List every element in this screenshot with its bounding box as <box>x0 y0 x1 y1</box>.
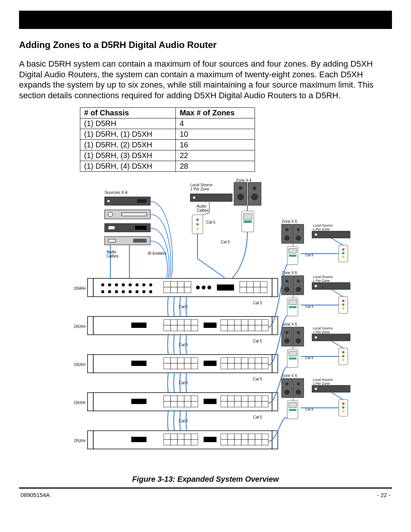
doc-id: 08905154A <box>21 492 50 498</box>
cat5-label: Cat 5 <box>179 419 188 423</box>
svg-text:1 Per Zone: 1 Per Zone <box>313 330 330 334</box>
zone-x6-label: Zone X 6 <box>282 219 297 224</box>
cat5-label: Cat 5 <box>179 305 188 309</box>
svg-point-25 <box>239 186 242 190</box>
svg-point-61 <box>207 286 211 289</box>
chassis-label-d5rh: D5RH <box>74 286 86 291</box>
svg-point-47 <box>142 290 145 293</box>
svg-point-37 <box>129 283 132 286</box>
svg-rect-7 <box>108 226 115 229</box>
cat5-label: Cat 5 <box>253 377 262 381</box>
svg-point-34 <box>108 283 111 286</box>
svg-text:Calbes: Calbes <box>197 208 209 212</box>
header-black-bar <box>19 11 392 29</box>
audio-cables-left-label: Audio <box>107 250 116 254</box>
svg-rect-11 <box>133 239 147 243</box>
svg-point-40 <box>149 283 152 286</box>
section-title: Adding Zones to a D5RH Digital Audio Rou… <box>19 40 392 50</box>
local-source-label: Local Source <box>313 378 333 382</box>
chassis-label-d5xh-2: D5XH <box>74 362 85 367</box>
svg-point-1 <box>107 200 110 202</box>
footer-rule <box>19 487 392 489</box>
zone-x4-label: Zone X 4 <box>236 179 252 182</box>
cat5-label: Cat 5 <box>253 415 262 419</box>
sources-label: Sources X 4 <box>105 190 127 195</box>
svg-rect-31 <box>88 278 93 297</box>
svg-point-20 <box>196 228 199 230</box>
svg-point-45 <box>129 290 132 293</box>
intro-paragraph: A basic D5RH system can contain a maximu… <box>19 59 392 101</box>
chassis-table: # of Chassis Max # of Zones (1) D5RH4 (1… <box>80 107 255 172</box>
zone-top-speakers-icon <box>234 182 261 205</box>
svg-rect-32 <box>272 278 278 297</box>
svg-point-42 <box>108 290 111 293</box>
cat5-label: Cat 5 <box>253 301 262 305</box>
svg-point-19 <box>196 223 199 225</box>
svg-rect-62 <box>217 284 234 291</box>
wall-plate-top-icon <box>192 215 203 234</box>
figure-caption: Figure 3-13: Expanded System Overview <box>19 475 392 484</box>
svg-point-48 <box>149 290 152 293</box>
svg-point-18 <box>196 219 199 221</box>
cat5-label: Cat 5 <box>221 240 230 244</box>
cat5-label: Cat 5 <box>179 381 188 385</box>
cat5-label: Cat 5 <box>206 220 215 224</box>
local-source-label: Local Source <box>313 326 333 330</box>
svg-rect-28 <box>244 214 252 219</box>
svg-rect-2 <box>137 199 147 203</box>
svg-point-59 <box>196 286 200 289</box>
svg-text:1 Per Zone: 1 Per Zone <box>313 279 330 283</box>
svg-text:1 Per Zone: 1 Per Zone <box>313 382 330 385</box>
svg-point-23 <box>237 193 244 200</box>
local-source-label: Local Source <box>313 275 333 279</box>
svg-point-43 <box>115 290 118 293</box>
zone-top-keypad-icon <box>242 211 254 232</box>
svg-point-35 <box>115 283 118 286</box>
system-diagram: Sources X 4 Audio Calbes IR Emitters Loc… <box>34 179 377 472</box>
ir-emitters-label: IR Emitters <box>148 251 166 256</box>
local-source-top-icon <box>190 194 232 201</box>
svg-text:1 Per Zone: 1 Per Zone <box>190 187 209 191</box>
d5xh-chassis-3-icon <box>88 393 278 411</box>
cat5-label: Cat 5 <box>305 253 314 257</box>
svg-text:Calbes: Calbes <box>107 254 118 258</box>
table-row: (1) D5RH, (1) D5XH10 <box>80 129 255 140</box>
cat5-label: Cat 5 <box>305 407 314 411</box>
source-device-1-icon <box>105 197 150 205</box>
svg-rect-13 <box>190 194 232 201</box>
table-row: (1) D5RH, (3) D5XH22 <box>80 150 255 161</box>
page-number: - 22 - <box>377 492 390 498</box>
source-device-3-icon <box>105 224 150 232</box>
table-header-chassis: # of Chassis <box>80 108 176 118</box>
d5xh-chassis-2-icon <box>88 355 278 373</box>
local-source-top-label: Local Source <box>190 183 213 187</box>
table-row: (1) D5RH, (2) D5XH16 <box>80 140 255 150</box>
cat5-label: Cat 5 <box>305 305 314 308</box>
table-header-zones: Max # of Zones <box>176 108 255 118</box>
source-device-2-icon <box>105 210 150 219</box>
svg-rect-8 <box>135 226 147 230</box>
cat5-label: Cat 5 <box>253 339 262 343</box>
chassis-label-d5xh-3: D5XH <box>74 400 85 405</box>
cat5-label: Cat 5 <box>305 356 314 360</box>
chassis-label-d5xh-1: D5XH <box>74 324 85 329</box>
svg-rect-5 <box>122 213 147 216</box>
svg-point-33 <box>101 283 104 286</box>
table-row: (1) D5RH4 <box>80 118 255 129</box>
svg-point-60 <box>202 286 206 289</box>
svg-point-46 <box>135 290 139 293</box>
source-device-4-icon <box>105 236 150 245</box>
chassis-label-d5xh-4: D5XH <box>74 438 85 443</box>
svg-point-14 <box>193 197 195 199</box>
svg-point-4 <box>108 212 113 217</box>
table-row: (1) D5RH, (4) D5XH28 <box>80 161 255 172</box>
svg-point-39 <box>142 283 145 286</box>
zone-x6-label: Zone X 6 <box>282 374 297 378</box>
svg-point-24 <box>251 193 258 200</box>
svg-point-38 <box>135 283 139 286</box>
zone-x6-label: Zone X 6 <box>282 322 297 326</box>
audio-cables-mid-label: Audio <box>197 204 207 208</box>
d5rh-chassis-icon <box>88 278 278 297</box>
cat5-label: Cat 5 <box>179 343 188 347</box>
d5xh-chassis-4-icon <box>88 431 278 449</box>
